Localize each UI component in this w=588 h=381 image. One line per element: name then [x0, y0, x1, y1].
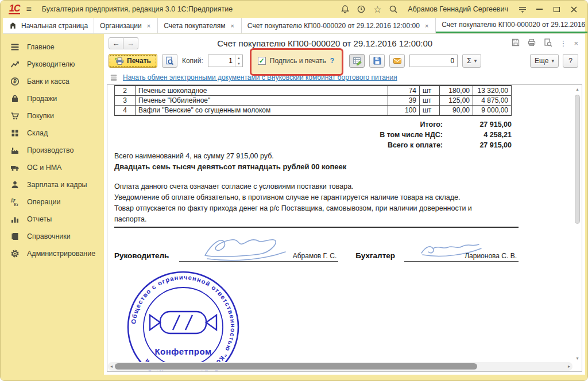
close-tab-icon[interactable]: ×	[424, 22, 430, 30]
bag-icon	[10, 94, 20, 103]
sidebar-item-directories[interactable]: Справочники	[3, 228, 104, 245]
bar-chart-icon	[10, 215, 20, 224]
sidebar-item-production[interactable]: Производство	[3, 142, 104, 159]
checkbox-icon[interactable]: ✓	[258, 57, 266, 65]
svg-text:Кт: Кт	[14, 203, 19, 207]
edi-row: Начать обмен электронными документами с …	[104, 71, 585, 84]
service-menu-icon[interactable]	[517, 4, 528, 14]
stepper-up-icon[interactable]: ▴	[235, 55, 242, 61]
accountant-signature-line: Ларионова С. В.	[404, 235, 519, 262]
signature-divider	[114, 227, 519, 228]
candy-icon	[150, 312, 216, 333]
help-button[interactable]: ?	[563, 54, 578, 68]
document-title: Счет покупателю КП00-000020 от 29.12.201…	[138, 38, 511, 48]
horizontal-scroll-thumb[interactable]	[115, 363, 477, 370]
minimize-button[interactable]	[533, 3, 545, 15]
gear-icon	[10, 249, 20, 258]
sidebar-item-sales[interactable]: Продажи	[3, 90, 104, 107]
close-tab-icon[interactable]: ×	[229, 22, 235, 30]
sign-and-print-label: Подпись и печать	[270, 57, 326, 65]
sidebar-item-warehouse[interactable]: Склад	[3, 125, 104, 142]
preview-icon[interactable]	[543, 38, 552, 49]
scroll-left-icon[interactable]: ◂	[108, 364, 115, 369]
sidebar-item-manager[interactable]: Руководителю	[3, 56, 104, 73]
main-menu-icon[interactable]: ≡	[26, 4, 31, 14]
preview-button[interactable]	[162, 54, 177, 68]
tab-invoice-kp00-000020[interactable]: Счет покупателю КП00-000020 от 29.12.201…	[242, 18, 436, 33]
cell-price: 125,00	[440, 96, 473, 106]
scroll-right-icon[interactable]: ▸	[566, 364, 572, 369]
print-icon[interactable]	[527, 38, 536, 49]
section-sidebar: Главное Руководителю ₽ Банк и касса Прод…	[3, 34, 104, 375]
cell-row-number: 3	[115, 96, 136, 106]
tab-invoice-kp00-000020-active[interactable]: Счет покупателю КП00-000020 от 29.12.201…	[436, 18, 588, 33]
close-window-button[interactable]	[568, 3, 579, 15]
cell-price: 180,00	[440, 85, 473, 96]
close-document-icon[interactable]: ×	[574, 39, 578, 48]
table-row: 3 Печенье "Юбилейное" 39 шт 125,00 4 875…	[115, 96, 512, 106]
maximize-button[interactable]	[551, 3, 562, 15]
sigma-icon: Σ	[467, 57, 471, 65]
forward-button[interactable]: →	[123, 37, 138, 49]
edit-layout-button[interactable]	[349, 54, 365, 68]
sidebar-item-operations[interactable]: ДтКт Операции	[3, 193, 104, 211]
titlebar: 1С ≡ Бухгалтерия предприятия, редакция 3…	[3, 1, 585, 18]
document-header: ← → Счет покупателю КП00-000020 от 29.12…	[104, 34, 585, 51]
table-row: 2 Печенье шоколадное 74 шт 180,00 13 320…	[115, 85, 512, 96]
home-icon	[9, 21, 17, 30]
save-document-button[interactable]	[369, 54, 385, 68]
notifications-bell-icon[interactable]	[340, 4, 350, 14]
payable-value: 27 915,00	[443, 141, 512, 151]
vertical-scrollbar[interactable]: ▴ ▾	[574, 85, 581, 361]
sign-help-icon[interactable]: ?	[330, 57, 334, 65]
sidebar-item-reports[interactable]: Отчеты	[3, 211, 104, 228]
horizontal-scrollbar[interactable]: ◂ ▸	[108, 362, 572, 371]
scroll-up-icon[interactable]: ▴	[574, 87, 581, 92]
tab-label: Счет покупателю КП00-000020 от 29.12.201…	[247, 22, 420, 30]
stamp-ring-text: Общество с ограниченной ответственностью…	[130, 274, 237, 372]
trend-arrow-icon	[10, 60, 20, 69]
tab-label: Организации	[100, 22, 142, 30]
cell-sum: 13 320,00	[473, 85, 512, 96]
tab-organizations[interactable]: Организации ×	[94, 18, 158, 33]
envelope-icon	[393, 56, 402, 65]
cell-sum: 9 000,00	[473, 106, 512, 116]
sidebar-item-salary-hr[interactable]: Зарплата и кадры	[3, 176, 104, 193]
search-icon[interactable]	[388, 4, 399, 14]
more-dots-icon[interactable]: ⋮	[559, 39, 567, 48]
save-icon[interactable]	[511, 38, 520, 49]
scroll-down-icon[interactable]: ▾	[574, 356, 581, 361]
sidebar-item-fixed-assets[interactable]: ОС и НМА	[3, 159, 104, 176]
sidebar-item-label: Продажи	[27, 95, 57, 103]
sidebar-item-administration[interactable]: Администрирование	[3, 245, 104, 262]
copies-input[interactable]	[208, 55, 235, 67]
print-button[interactable]: Печать	[109, 54, 157, 68]
favorites-star-icon[interactable]: ☆	[372, 4, 382, 14]
close-tab-icon[interactable]: ×	[146, 22, 152, 30]
sign-and-print-checkbox-group[interactable]: ✓ Подпись и печать ?	[252, 53, 340, 68]
send-email-button[interactable]	[389, 54, 405, 68]
history-icon[interactable]	[356, 4, 366, 14]
sigma-button[interactable]: Σ ▾	[462, 54, 481, 68]
payment-terms: Оплата данного счета означает согласие с…	[114, 181, 528, 225]
tab-customer-invoices[interactable]: Счета покупателям ×	[158, 18, 242, 33]
current-user[interactable]: Абрамов Геннадий Сергеевич	[408, 5, 508, 13]
sidebar-item-purchases[interactable]: Покупки	[3, 107, 104, 125]
sum-counter-input[interactable]	[409, 55, 458, 67]
signatures-block: Руководитель Абрамов Г. С. Бухгалтер	[114, 235, 519, 262]
back-button[interactable]: ←	[109, 37, 123, 49]
stepper-down-icon[interactable]: ▾	[235, 61, 242, 67]
app-title: Бухгалтерия предприятия, редакция 3.0 1С…	[42, 5, 233, 13]
cell-unit: шт	[420, 96, 440, 106]
sidebar-item-label: Склад	[27, 129, 48, 137]
cell-unit: шт	[420, 85, 440, 96]
cell-quantity: 39	[388, 96, 420, 106]
1c-logo: 1С	[9, 5, 20, 14]
sidebar-item-bank-cash[interactable]: ₽ Банк и касса	[3, 73, 104, 90]
director-name: Абрамов Г. С.	[293, 252, 337, 260]
more-button[interactable]: Еще ▾	[530, 54, 559, 68]
tab-home[interactable]: Начальная страница	[3, 18, 94, 33]
copies-stepper[interactable]: ▴▾	[208, 55, 243, 67]
vertical-scroll-thumb[interactable]	[575, 95, 580, 224]
sidebar-item-main[interactable]: Главное	[3, 38, 104, 56]
